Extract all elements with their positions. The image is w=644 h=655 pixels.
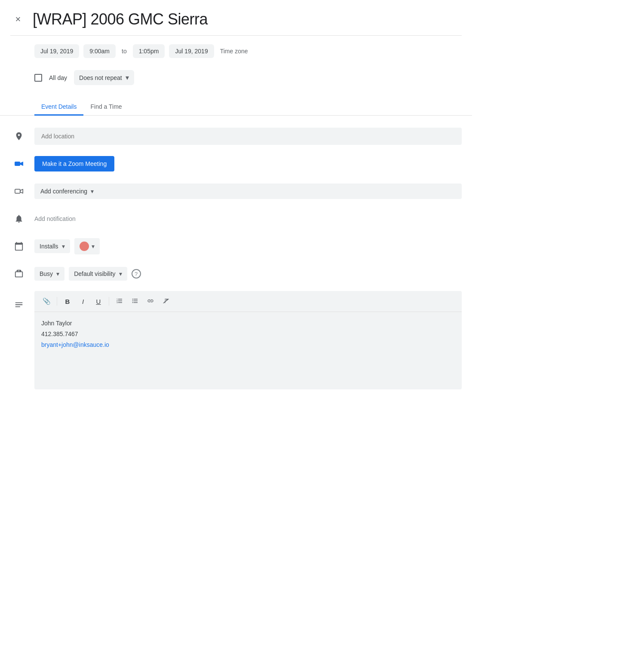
visibility-dropdown[interactable]: Default visibility ▾ [69, 267, 127, 281]
visibility-label: Default visibility [74, 270, 115, 277]
ordered-list-icon [116, 297, 123, 306]
tab-find-a-time[interactable]: Find a Time [83, 99, 129, 116]
status-visibility-row: Busy ▾ Default visibility ▾ ? [0, 260, 472, 288]
color-swatch-button[interactable]: ▾ [74, 238, 100, 254]
contact-name: John Taylor [41, 319, 455, 328]
attach-icon: 📎 [43, 297, 51, 305]
conferencing-dropdown[interactable]: Add conferencing ▾ [34, 184, 462, 199]
busy-label: Busy [40, 270, 53, 277]
status-visibility-content: Busy ▾ Default visibility ▾ ? [34, 267, 462, 281]
calendar-chevron-icon: ▾ [62, 243, 65, 250]
calendar-dropdown[interactable]: Installs ▾ [34, 239, 70, 253]
italic-icon: I [82, 298, 84, 305]
zoom-button-label: Make it a Zoom Meeting [42, 160, 107, 167]
calendar-label: Installs [40, 243, 58, 250]
bold-icon: B [65, 298, 70, 305]
underline-button[interactable]: U [92, 294, 105, 308]
ordered-list-button[interactable] [113, 294, 126, 308]
notification-placeholder[interactable]: Add notification [34, 215, 76, 222]
datetime-row: Jul 19, 2019 9:00am to 1:05pm Jul 19, 20… [0, 36, 472, 67]
close-button[interactable]: × [10, 12, 26, 27]
repeat-dropdown[interactable]: Does not repeat ▾ [74, 70, 134, 85]
link-icon [147, 297, 154, 306]
description-toolbar: 📎 B I U [34, 291, 462, 312]
allday-checkbox[interactable] [34, 74, 42, 82]
event-header: × [WRAP] 2006 GMC Sierra [0, 0, 472, 35]
conferencing-row: Add conferencing ▾ [0, 178, 472, 205]
notification-content: Add notification [34, 215, 462, 222]
start-date-button[interactable]: Jul 19, 2019 [34, 44, 79, 58]
tabs: Event Details Find a Time [0, 92, 472, 116]
description-content[interactable]: John Taylor 412.385.7467 bryant+john@ink… [34, 312, 462, 389]
contact-phone: 412.385.7467 [41, 330, 455, 339]
color-chevron-icon: ▾ [92, 243, 95, 250]
form-section: Make it a Zoom Meeting Add conferencing … [0, 116, 472, 400]
zoom-icon [10, 155, 28, 172]
clear-format-icon [163, 297, 169, 306]
notification-row: Add notification [0, 205, 472, 233]
clear-format-button[interactable] [159, 294, 173, 308]
description-row: 📎 B I U [0, 288, 472, 393]
notification-icon [10, 210, 28, 227]
toolbar-divider-1 [57, 297, 57, 306]
zoom-meeting-button[interactable]: Make it a Zoom Meeting [34, 156, 114, 171]
conferencing-icon [10, 183, 28, 200]
italic-button[interactable]: I [76, 294, 90, 308]
zoom-row: Make it a Zoom Meeting [0, 150, 472, 178]
conferencing-label: Add conferencing [40, 188, 87, 195]
unordered-list-button[interactable] [128, 294, 142, 308]
busy-chevron-icon: ▾ [56, 270, 59, 277]
allday-row: All day Does not repeat ▾ [0, 67, 472, 92]
location-input[interactable] [34, 128, 462, 145]
timezone-button[interactable]: Time zone [218, 44, 250, 58]
location-content [34, 128, 462, 145]
location-icon [10, 128, 28, 145]
end-time-button[interactable]: 1:05pm [133, 44, 165, 58]
svg-marker-1 [20, 162, 23, 166]
end-date-button[interactable]: Jul 19, 2019 [169, 44, 214, 58]
svg-rect-2 [15, 189, 20, 193]
calendar-icon [10, 238, 28, 255]
svg-rect-0 [15, 162, 20, 166]
busy-dropdown[interactable]: Busy ▾ [34, 267, 64, 281]
location-row [0, 122, 472, 150]
description-area: 📎 B I U [34, 291, 462, 389]
repeat-label: Does not repeat [79, 74, 122, 81]
help-icon[interactable]: ? [132, 269, 141, 279]
conferencing-chevron-icon: ▾ [91, 188, 94, 195]
underline-icon: U [96, 298, 101, 305]
chevron-down-icon: ▾ [126, 73, 129, 82]
unordered-list-icon [132, 297, 138, 306]
start-time-button[interactable]: 9:00am [83, 44, 116, 58]
toolbar-divider-2 [109, 297, 109, 306]
tab-event-details[interactable]: Event Details [34, 99, 83, 116]
conferencing-content: Add conferencing ▾ [34, 184, 462, 199]
color-dot [80, 242, 89, 251]
calendar-row: Installs ▾ ▾ [0, 233, 472, 260]
description-icon [10, 296, 28, 313]
allday-label: All day [49, 74, 67, 81]
close-icon: × [15, 14, 21, 25]
attach-button[interactable]: 📎 [40, 294, 53, 308]
calendar-content: Installs ▾ ▾ [34, 238, 462, 254]
link-button[interactable] [144, 294, 157, 308]
briefcase-icon [10, 265, 28, 282]
bold-button[interactable]: B [61, 294, 74, 308]
event-title: [WRAP] 2006 GMC Sierra [33, 10, 208, 28]
visibility-chevron-icon: ▾ [119, 270, 122, 277]
zoom-content: Make it a Zoom Meeting [34, 156, 462, 171]
contact-email[interactable]: bryant+john@inksauce.io [41, 341, 109, 348]
to-label: to [120, 48, 129, 55]
svg-marker-3 [20, 189, 23, 193]
